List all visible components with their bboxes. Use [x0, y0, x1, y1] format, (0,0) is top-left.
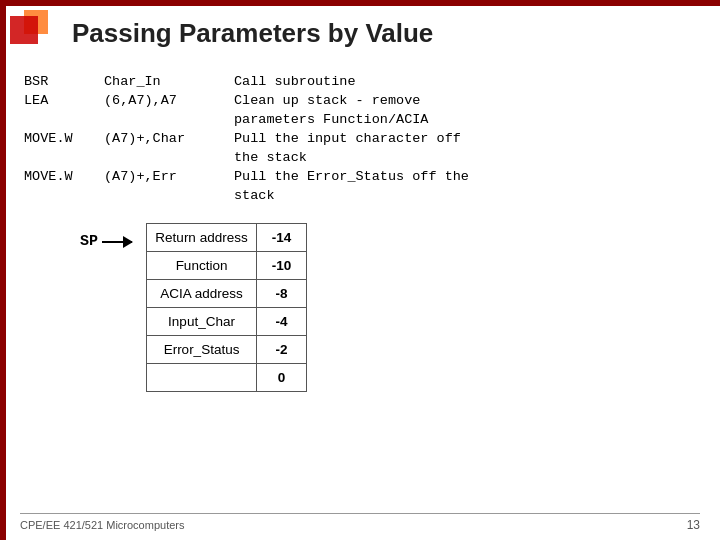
stack-value-5: 0 — [257, 364, 307, 392]
stack-table: Return address -14 Function -10 ACIA add… — [146, 223, 307, 392]
stack-label-4: Error_Status — [147, 336, 257, 364]
code-comment-4: Pull the input character off — [230, 129, 700, 148]
top-accent-bar — [0, 0, 720, 6]
page-title: Passing Parameters by Value — [72, 18, 433, 49]
stack-row-5: 0 — [147, 364, 307, 392]
stack-value-4: -2 — [257, 336, 307, 364]
decorative-squares — [10, 10, 60, 60]
main-content: BSR Char_In Call subroutine LEA (6,A7),A… — [20, 72, 700, 500]
stack-label-3: Input_Char — [147, 308, 257, 336]
code-instruction-7 — [20, 186, 100, 205]
code-operand-6: (A7)+,Err — [100, 167, 230, 186]
stack-row-1: Function -10 — [147, 252, 307, 280]
stack-value-0: -14 — [257, 224, 307, 252]
code-instruction-3 — [20, 110, 100, 129]
code-comment-6: Pull the Error_Status off the — [230, 167, 700, 186]
stack-value-3: -4 — [257, 308, 307, 336]
code-instruction-6: MOVE.W — [20, 167, 100, 186]
sp-label: SP — [80, 233, 98, 250]
code-operand-4: (A7)+,Char — [100, 129, 230, 148]
code-comment-2: Clean up stack - remove — [230, 91, 700, 110]
stack-row-0: Return address -14 — [147, 224, 307, 252]
code-instruction-5 — [20, 148, 100, 167]
stack-row-4: Error_Status -2 — [147, 336, 307, 364]
code-comment-1: Call subroutine — [230, 72, 700, 91]
code-operand-1: Char_In — [100, 72, 230, 91]
code-instruction-4: MOVE.W — [20, 129, 100, 148]
footer-page-number: 13 — [687, 518, 700, 532]
stack-label-5 — [147, 364, 257, 392]
code-operand-2: (6,A7),A7 — [100, 91, 230, 110]
code-operand-3 — [100, 110, 230, 129]
code-instruction-2: LEA — [20, 91, 100, 110]
stack-label-2: ACIA address — [147, 280, 257, 308]
stack-row-2: ACIA address -8 — [147, 280, 307, 308]
code-operand-5 — [100, 148, 230, 167]
sp-container: SP — [80, 233, 132, 250]
stack-row-3: Input_Char -4 — [147, 308, 307, 336]
code-comment-7: stack — [230, 186, 700, 205]
code-instruction-1: BSR — [20, 72, 100, 91]
stack-value-2: -8 — [257, 280, 307, 308]
code-table: BSR Char_In Call subroutine LEA (6,A7),A… — [20, 72, 700, 205]
footer-course: CPE/EE 421/521 Microcomputers — [20, 519, 184, 531]
code-comment-5: the stack — [230, 148, 700, 167]
footer: CPE/EE 421/521 Microcomputers 13 — [20, 513, 700, 532]
stack-value-1: -10 — [257, 252, 307, 280]
stack-label-0: Return address — [147, 224, 257, 252]
code-comment-3: parameters Function/ACIA — [230, 110, 700, 129]
stack-diagram: SP Return address -14 Function -10 ACIA … — [80, 223, 700, 392]
code-operand-7 — [100, 186, 230, 205]
left-accent-bar — [0, 0, 6, 540]
stack-label-1: Function — [147, 252, 257, 280]
sp-arrow — [102, 241, 132, 243]
